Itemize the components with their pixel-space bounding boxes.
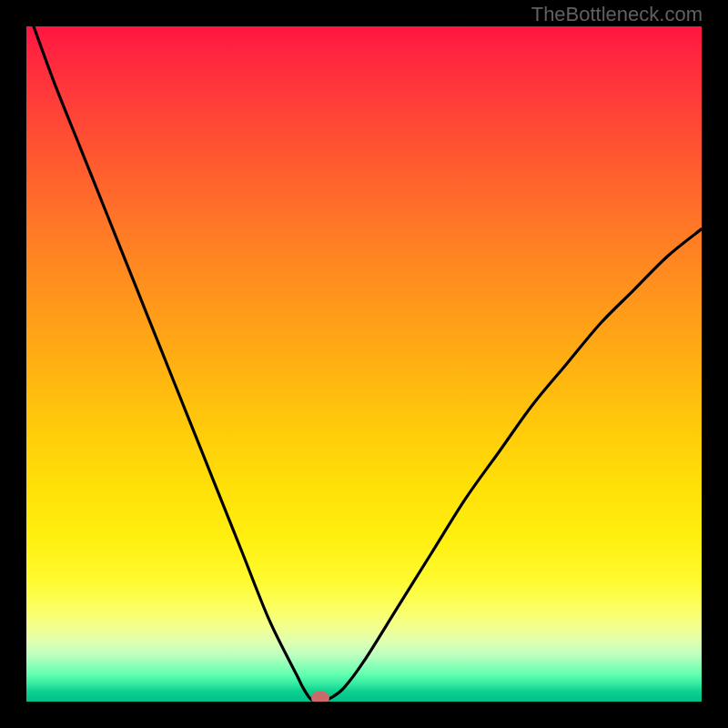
chart-container: TheBottleneck.com [0,0,728,728]
watermark-text: TheBottleneck.com [531,3,703,26]
optimal-point-marker [311,692,329,702]
gradient-background [26,26,702,702]
plot-area [26,26,702,702]
